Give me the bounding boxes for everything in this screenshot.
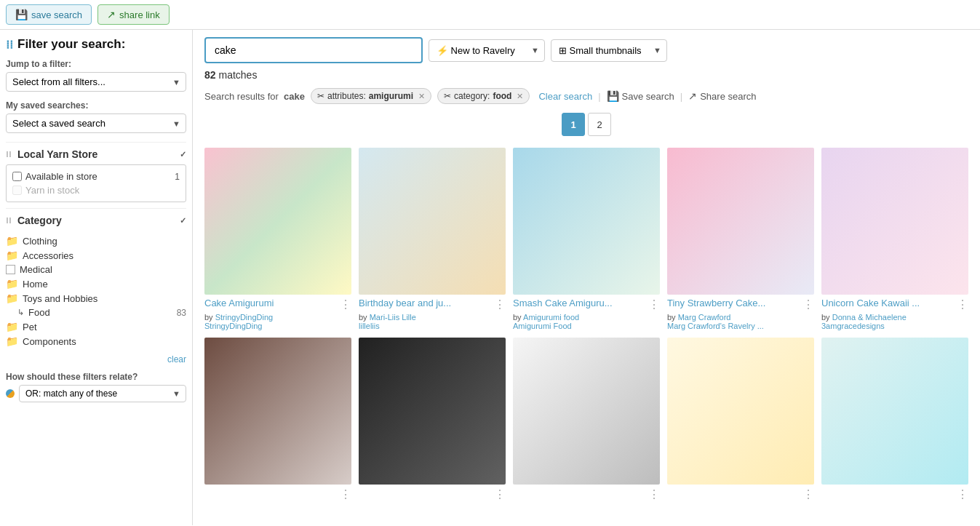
cat-checkbox[interactable] bbox=[6, 265, 15, 274]
item-more-6[interactable]: ⋮ bbox=[337, 487, 351, 501]
saved-search-wrapper: Select a saved search ▼ bbox=[6, 113, 186, 133]
result-item-2[interactable]: Birthday bear and ju... ⋮ by Mari-Liis L… bbox=[359, 148, 506, 330]
cat-count: 83 bbox=[177, 308, 186, 318]
store-link-5[interactable]: 3amgracedesigns bbox=[821, 322, 885, 330]
share-link-button[interactable]: ↗ share link bbox=[97, 4, 170, 25]
lys-section-header[interactable]: ⁞⁞ Local Yarn Store ✓ bbox=[6, 142, 186, 164]
item-title-3[interactable]: Smash Cake Amiguru... bbox=[513, 298, 645, 308]
remove-amigurumi-button[interactable]: ✕ bbox=[418, 92, 425, 101]
list-item[interactable]: 📁 Toys and Hobbies bbox=[6, 291, 186, 306]
list-item[interactable]: 📁 Accessories bbox=[6, 248, 186, 263]
result-item-7[interactable]: ⋮ bbox=[359, 338, 506, 503]
thumbnail-1 bbox=[204, 148, 351, 295]
save-icon: 💾 bbox=[15, 9, 28, 20]
or-dot-icon bbox=[6, 389, 15, 398]
thumbnail-7 bbox=[359, 338, 506, 485]
result-item-5[interactable]: Unicorn Cake Kawaii ... ⋮ by Donna & Mic… bbox=[821, 148, 968, 330]
list-item[interactable]: Medical bbox=[6, 263, 186, 276]
item-more-1[interactable]: ⋮ bbox=[337, 298, 351, 311]
matches-number: 82 bbox=[204, 69, 216, 81]
store-link-1[interactable]: StringyDingDing bbox=[204, 322, 262, 330]
item-more-7[interactable]: ⋮ bbox=[491, 487, 506, 501]
item-more-10[interactable]: ⋮ bbox=[954, 487, 968, 501]
lys-grip-icon: ⁞⁞ bbox=[6, 150, 12, 159]
item-more-8[interactable]: ⋮ bbox=[645, 487, 660, 501]
thumbnail-4 bbox=[667, 148, 814, 295]
folder-icon: 📁 bbox=[6, 321, 18, 332]
tag-value-2: food bbox=[493, 91, 511, 101]
item-more-3[interactable]: ⋮ bbox=[645, 298, 660, 311]
item-footer-4: Tiny Strawberry Cake... ⋮ bbox=[667, 295, 814, 313]
result-item-6[interactable]: ⋮ bbox=[204, 338, 351, 503]
item-title-4[interactable]: Tiny Strawberry Cake... bbox=[667, 298, 800, 308]
list-item[interactable]: 📁 Components bbox=[6, 334, 186, 348]
item-title-2[interactable]: Birthday bear and ju... bbox=[359, 298, 491, 308]
result-item-8[interactable]: ⋮ bbox=[513, 338, 660, 503]
filter-tag-amigurumi: ✂ attributes: amigurumi ✕ bbox=[311, 88, 431, 104]
yarn-stock-text: Yarn in stock bbox=[25, 185, 79, 196]
tag-prefix-2: category: bbox=[454, 91, 490, 101]
author-link-2[interactable]: Mari-Liis Lille bbox=[370, 313, 416, 322]
saved-search-select[interactable]: Select a saved search bbox=[6, 113, 186, 133]
view-select[interactable]: ⊞ Small thumbnails ⊟ List view ⊠ Large t… bbox=[551, 39, 667, 62]
item-store-3: Amigurumi Food bbox=[513, 322, 660, 330]
author-link-3[interactable]: Amigurumi food bbox=[523, 313, 579, 322]
list-item[interactable]: 📁 Home bbox=[6, 276, 186, 291]
thumbnail-6 bbox=[204, 338, 351, 485]
save-search-icon: 💾 bbox=[607, 90, 619, 102]
thumbnail-3 bbox=[513, 148, 660, 295]
save-search-button[interactable]: 💾 save search bbox=[6, 4, 92, 25]
result-item-1[interactable]: Cake Amigurumi ⋮ by StringyDingDing Stri… bbox=[204, 148, 351, 330]
store-link-3[interactable]: Amigurumi Food bbox=[513, 322, 572, 330]
jump-filter-wrapper: Select from all filters... ▼ bbox=[6, 72, 186, 92]
item-title-1[interactable]: Cake Amigurumi bbox=[204, 298, 337, 308]
or-match-select[interactable]: OR: match any of these bbox=[19, 385, 186, 402]
share-label: share link bbox=[119, 9, 160, 20]
item-more-5[interactable]: ⋮ bbox=[954, 298, 968, 311]
list-item[interactable]: 📁 Pet bbox=[6, 319, 186, 334]
remove-food-button[interactable]: ✕ bbox=[517, 92, 523, 101]
list-item[interactable]: ↳ Food 83 bbox=[6, 306, 186, 319]
item-by-3: by Amigurumi food bbox=[513, 313, 660, 322]
available-label[interactable]: Available in store bbox=[12, 171, 97, 182]
page-1-button[interactable]: 1 bbox=[562, 113, 585, 136]
thumbnail-10 bbox=[821, 338, 968, 485]
filter-tag-food: ✂ category: food ✕ bbox=[437, 88, 530, 104]
author-link-4[interactable]: Marg Crawford bbox=[678, 313, 731, 322]
store-link-2[interactable]: lilleliis bbox=[359, 322, 380, 330]
item-footer-8: ⋮ bbox=[513, 485, 660, 503]
save-search-link[interactable]: 💾 Save search bbox=[607, 90, 674, 102]
item-title-5[interactable]: Unicorn Cake Kawaii ... bbox=[821, 298, 954, 308]
result-item-9[interactable]: ⋮ bbox=[667, 338, 814, 503]
search-input[interactable] bbox=[204, 37, 423, 63]
category-list: 📁 Clothing 📁 Accessories Medical 📁 Home … bbox=[6, 231, 186, 351]
sidebar: ⁞⁞ Filter your search: Jump to a filter:… bbox=[0, 30, 193, 525]
result-item-3[interactable]: Smash Cake Amiguru... ⋮ by Amigurumi foo… bbox=[513, 148, 660, 330]
matches-label: matches bbox=[218, 69, 257, 81]
list-item[interactable]: 📁 Clothing bbox=[6, 234, 186, 248]
store-link-4[interactable]: Marg Crawford's Ravelry ... bbox=[667, 322, 764, 330]
result-item-10[interactable]: ⋮ bbox=[821, 338, 968, 503]
item-footer-6: ⋮ bbox=[204, 485, 351, 503]
yarn-stock-checkbox bbox=[12, 186, 22, 195]
item-more-2[interactable]: ⋮ bbox=[491, 298, 506, 311]
thumbnail-5 bbox=[821, 148, 968, 295]
sort-select[interactable]: ⚡ New to Ravelry Most Popular Best Match bbox=[429, 39, 545, 62]
item-more-9[interactable]: ⋮ bbox=[800, 487, 814, 501]
result-item-4[interactable]: Tiny Strawberry Cake... ⋮ by Marg Crawfo… bbox=[667, 148, 814, 330]
author-link-5[interactable]: Donna & Michaelene bbox=[832, 313, 907, 322]
jump-filter-select[interactable]: Select from all filters... bbox=[6, 72, 186, 92]
share-search-link[interactable]: ↗ Share search bbox=[688, 90, 756, 102]
category-section-header[interactable]: ⁞⁞ Category ✓ bbox=[6, 208, 186, 231]
page-2-button[interactable]: 2 bbox=[588, 113, 611, 136]
clear-search-link[interactable]: Clear search bbox=[538, 91, 592, 102]
sub-arrow: ↳ bbox=[17, 308, 24, 317]
available-checkbox[interactable] bbox=[12, 172, 22, 181]
author-link-1[interactable]: StringyDingDing bbox=[215, 313, 273, 322]
clear-categories-link[interactable]: clear bbox=[6, 354, 186, 364]
tag-prefix-1: attributes: bbox=[327, 91, 366, 101]
item-by-4: by Marg Crawford bbox=[667, 313, 814, 322]
item-more-4[interactable]: ⋮ bbox=[800, 298, 814, 311]
folder-icon: 📁 bbox=[6, 235, 18, 247]
folder-icon: 📁 bbox=[6, 250, 18, 261]
